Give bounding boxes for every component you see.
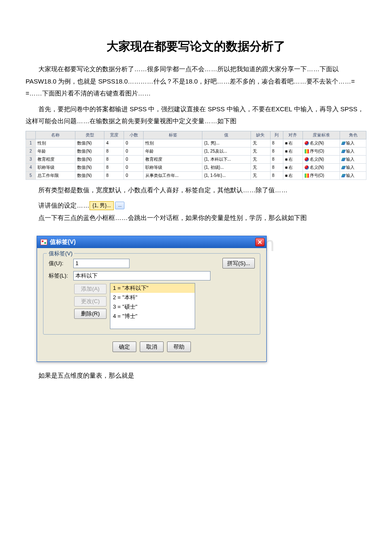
- table-cell: 8: [270, 139, 283, 147]
- table-cell: ■ 右: [283, 163, 303, 171]
- variable-view-table: 名称类型宽度小数标签值缺失列对齐度量标准角色 1性别数值(N)40性别{1, 男…: [26, 131, 366, 180]
- ok-button[interactable]: 确定: [112, 341, 136, 352]
- table-cell: 职称等级: [143, 163, 202, 171]
- measure-icon: [305, 173, 309, 178]
- table-cell: 2: [26, 147, 36, 155]
- table-cell: 输入: [340, 139, 366, 147]
- value-labels-listbox[interactable]: 1 = "本科以下"2 = "本科"3 = "硕士"4 = "博士": [110, 283, 195, 329]
- table-cell: 输入: [340, 171, 366, 179]
- paragraph: 大家现在都要写论文的数据分析了……很多同学都一点不会……所以把我知道的跟大家分享…: [26, 63, 366, 100]
- paragraph: 首先，要把问卷中的答案都输进 SPSS 中，强烈建议直接在 SPSS 中输入，不…: [26, 103, 366, 127]
- help-button[interactable]: 帮助: [167, 341, 191, 352]
- value-input[interactable]: [73, 259, 130, 268]
- list-item[interactable]: 2 = "本科": [110, 293, 195, 302]
- table-cell: 无: [251, 171, 270, 179]
- table-cell: 序号(O): [303, 147, 340, 155]
- measure-icon: [305, 141, 309, 145]
- table-cell: 8: [104, 163, 124, 171]
- column-header: 缺失: [251, 131, 270, 139]
- table-cell: 5: [26, 171, 36, 179]
- table-cell: 职称等级: [36, 163, 75, 171]
- table-cell: 无: [251, 147, 270, 155]
- role-icon: [341, 142, 346, 145]
- value-field-label: 值(U):: [49, 260, 71, 267]
- table-row: 2年龄数值(N)80年龄{1, 25及以...无8■ 右序号(O)输入: [26, 147, 366, 155]
- table-cell: 名义(N): [303, 139, 340, 147]
- measure-icon: [305, 165, 309, 170]
- column-header: [26, 131, 36, 139]
- table-cell: ■ 右: [283, 171, 303, 179]
- table-cell: 教育程度: [36, 155, 75, 163]
- table-cell: 无: [251, 155, 270, 163]
- value-labels-group: 值标签(V) 值(U): 拼写(S)... 标签(L): 添加(A): [43, 253, 260, 335]
- dialog-title: 值标签(V): [50, 238, 76, 246]
- ellipsis-button[interactable]: ...: [115, 202, 124, 209]
- table-cell: 0: [124, 139, 144, 147]
- table-cell: {1, 男}...: [202, 139, 251, 147]
- list-item[interactable]: 1 = "本科以下": [110, 283, 195, 293]
- column-header: 小数: [124, 131, 144, 139]
- column-header: 标签: [143, 131, 202, 139]
- measure-icon: [305, 149, 309, 153]
- table-cell: 8: [270, 155, 283, 163]
- table-cell: {1, 25及以...: [202, 147, 251, 155]
- table-cell: 无: [251, 163, 270, 171]
- column-header: 度量标准: [303, 131, 340, 139]
- table-cell: 名义(N): [303, 155, 340, 163]
- add-button[interactable]: 添加(A): [74, 284, 107, 294]
- label-field-label: 标签(L):: [49, 272, 71, 280]
- column-header: 名称: [36, 131, 75, 139]
- dialog-titlebar: 值标签(V) ✕: [37, 236, 266, 248]
- table-cell: 8: [270, 147, 283, 155]
- cancel-button[interactable]: 取消: [140, 341, 164, 352]
- column-header: 类型: [75, 131, 104, 139]
- table-cell: 数值(N): [75, 171, 104, 179]
- table-cell: 从事类似工作年...: [143, 171, 202, 179]
- list-item[interactable]: 4 = "博士": [110, 312, 195, 321]
- column-header: 宽度: [104, 131, 124, 139]
- table-cell: 8: [270, 171, 283, 179]
- measure-icon: [305, 157, 309, 162]
- paragraph: 讲讲值的设定……: [26, 199, 89, 212]
- table-cell: 教育程度: [143, 155, 202, 163]
- table-cell: 8: [270, 163, 283, 171]
- column-header: 列: [270, 131, 283, 139]
- table-cell: 年龄: [36, 147, 75, 155]
- group-legend: 值标签(V): [47, 250, 74, 257]
- table-cell: 8: [104, 171, 124, 179]
- table-cell: 数值(N): [75, 155, 104, 163]
- change-button[interactable]: 更改(C): [74, 296, 107, 306]
- table-cell: 总工作年限: [36, 171, 75, 179]
- table-cell: 输入: [340, 147, 366, 155]
- column-header: 值: [202, 131, 251, 139]
- table-row: 5总工作年限数值(N)80从事类似工作年...{1, 1-5年}...无8■ 右…: [26, 171, 366, 179]
- table-cell: 4: [26, 163, 36, 171]
- close-icon[interactable]: ✕: [255, 238, 265, 246]
- spell-button[interactable]: 拼写(S)...: [222, 258, 255, 269]
- table-cell: 数值(N): [75, 147, 104, 155]
- list-item[interactable]: 3 = "硕士": [110, 302, 195, 312]
- table-row: 3教育程度数值(N)80教育程度{1, 本科以下...无8■ 右名义(N)输入: [26, 155, 366, 163]
- table-cell: 输入: [340, 163, 366, 171]
- table-cell: 0: [124, 171, 144, 179]
- dialog-icon: [40, 239, 47, 245]
- table-row: 1性别数值(N)40性别{1, 男}...无8■ 右名义(N)输入: [26, 139, 366, 147]
- table-cell: 8: [104, 147, 124, 155]
- remove-button[interactable]: 删除(R): [74, 309, 107, 319]
- table-cell: 1: [26, 139, 36, 147]
- table-cell: {1, 1-5年}...: [202, 171, 251, 179]
- table-row: 4职称等级数值(N)80职称等级{1, 初级}...无8■ 右名义(N)输入: [26, 163, 366, 171]
- paragraph: 所有类型都是数值，宽度默认，小数点看个人喜好，标签自定，其他默认……除了值……: [26, 184, 366, 197]
- table-cell: 名义(N): [303, 163, 340, 171]
- table-cell: 无: [251, 139, 270, 147]
- table-cell: 0: [124, 163, 144, 171]
- value-cell-preview: {1, 男}...: [89, 201, 114, 210]
- table-cell: 年龄: [143, 147, 202, 155]
- value-labels-dialog: 值标签(V) ✕ 值标签(V) 值(U): 拼写(S)... 标签(L):: [37, 236, 267, 362]
- table-cell: {1, 初级}...: [202, 163, 251, 171]
- label-input[interactable]: [73, 271, 210, 280]
- role-icon: [341, 158, 346, 161]
- table-cell: 4: [104, 139, 124, 147]
- page-title: 大家现在都要写论文的数据分析了: [26, 38, 366, 55]
- role-icon: [341, 150, 346, 153]
